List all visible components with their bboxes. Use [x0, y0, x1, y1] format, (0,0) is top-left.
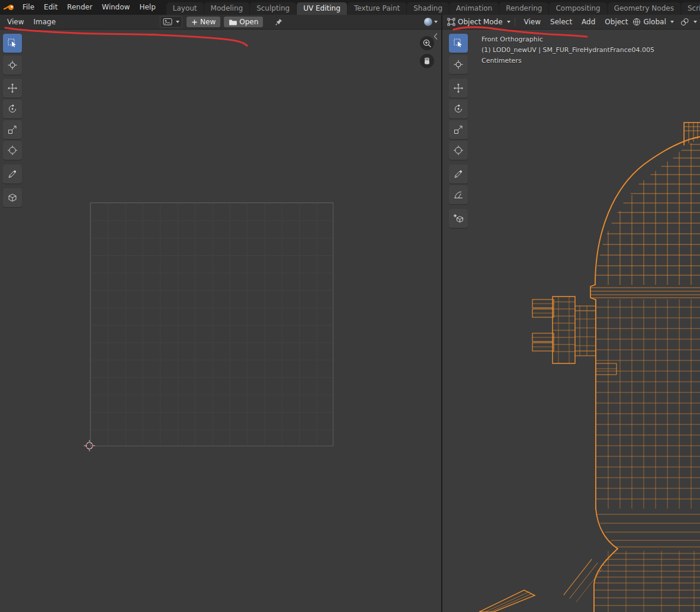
- rotate-icon: [453, 104, 464, 114]
- new-image-label: New: [200, 18, 216, 26]
- tab-texture-paint[interactable]: Texture Paint: [348, 2, 406, 15]
- folder-icon: [229, 18, 237, 25]
- orientation-selector[interactable]: Global: [632, 18, 673, 26]
- uv-grid[interactable]: [90, 202, 333, 446]
- menu-edit[interactable]: Edit: [39, 0, 62, 15]
- tool-box[interactable]: [3, 188, 22, 207]
- cursor-tool-icon: [7, 60, 18, 70]
- units-overlay: Centimeters: [481, 56, 654, 66]
- pin-button[interactable]: [275, 18, 283, 26]
- rotate-icon: [7, 104, 18, 114]
- blender-logo-icon: [4, 4, 15, 12]
- uv-2d-cursor[interactable]: [83, 439, 96, 452]
- object-mode-icon: [447, 18, 455, 26]
- vp-menu-object[interactable]: Object: [600, 18, 632, 26]
- viewport-header: Object Mode View Select Add Object Globa…: [442, 15, 700, 30]
- header-divider: [515, 18, 515, 26]
- tool-scale[interactable]: [3, 120, 22, 139]
- menu-window[interactable]: Window: [97, 0, 134, 15]
- vp-tool-move[interactable]: [449, 79, 468, 98]
- tool-tweak-select[interactable]: [3, 34, 22, 53]
- menu-render[interactable]: Render: [62, 0, 97, 15]
- tool-rotate[interactable]: [3, 99, 22, 118]
- display-channels-sphere-icon: [424, 18, 432, 26]
- chevron-down-icon: [670, 21, 674, 23]
- open-image-button[interactable]: Open: [224, 17, 263, 27]
- tool-annotate[interactable]: [3, 165, 22, 183]
- vp-tool-add-cube[interactable]: [449, 209, 468, 228]
- tab-sculpting[interactable]: Sculpting: [250, 2, 296, 15]
- mode-selector[interactable]: Object Mode: [447, 18, 510, 26]
- orientation-label: Global: [643, 18, 666, 26]
- scale-icon: [7, 124, 18, 135]
- image-icon: [163, 18, 172, 26]
- transform-icon: [7, 145, 18, 156]
- viewport-overlay: Front Orthographic (1) LOD0_newUV | SM_F…: [481, 34, 654, 66]
- tab-geometry-nodes[interactable]: Geometry Nodes: [608, 2, 680, 15]
- move-icon: [7, 83, 18, 94]
- tab-uv-editing[interactable]: UV Editing: [297, 2, 347, 15]
- menu-help[interactable]: Help: [134, 0, 160, 15]
- zoom-button[interactable]: [420, 36, 434, 50]
- scale-icon: [453, 124, 464, 135]
- vp-menu-add[interactable]: Add: [577, 18, 600, 26]
- vp-tool-scale[interactable]: [449, 120, 468, 139]
- pin-icon: [275, 18, 283, 26]
- tab-shading[interactable]: Shading: [407, 2, 449, 15]
- zoom-icon: [422, 38, 432, 49]
- uv-editor-canvas[interactable]: [0, 29, 441, 612]
- view-name-overlay: Front Orthographic: [481, 34, 654, 45]
- topbar: File Edit Render Window Help Layout Mode…: [0, 0, 700, 15]
- annotate-pen-icon: [453, 169, 464, 179]
- blender-window: File Edit Render Window Help Layout Mode…: [0, 0, 700, 612]
- vp-menu-select[interactable]: Select: [545, 18, 577, 26]
- collapse-region-icon[interactable]: [433, 33, 438, 40]
- pivot-icon: [680, 17, 689, 27]
- vp-tool-rotate[interactable]: [449, 99, 468, 118]
- viewport-canvas[interactable]: Front Orthographic (1) LOD0_newUV | SM_F…: [442, 29, 700, 612]
- new-image-button[interactable]: New: [187, 17, 220, 27]
- tab-scripting[interactable]: Scripting: [681, 2, 700, 15]
- open-image-label: Open: [239, 18, 258, 26]
- pan-button[interactable]: [420, 54, 434, 68]
- vp-tool-select-box[interactable]: [449, 34, 468, 53]
- tool-move[interactable]: [3, 79, 22, 98]
- vp-tool-transform[interactable]: [449, 141, 468, 160]
- pan-hand-icon: [422, 56, 432, 66]
- measure-icon: [453, 189, 464, 200]
- uv-menu-view[interactable]: View: [2, 18, 28, 26]
- vp-menu-view[interactable]: View: [519, 18, 545, 26]
- select-box-icon: [453, 38, 464, 49]
- tab-modeling[interactable]: Modeling: [204, 2, 250, 15]
- tab-compositing[interactable]: Compositing: [549, 2, 606, 15]
- pivot-point-button[interactable]: [680, 17, 697, 27]
- transform-icon: [453, 145, 464, 156]
- tool-cursor[interactable]: [3, 56, 22, 75]
- tab-rendering[interactable]: Rendering: [499, 2, 548, 15]
- display-channels-button[interactable]: [424, 18, 438, 26]
- annotate-pen-icon: [7, 169, 18, 179]
- workspace-tabs: Layout Modeling Sculpting UV Editing Tex…: [166, 0, 700, 15]
- cursor-tool-icon: [453, 59, 464, 70]
- chevron-down-icon: [693, 21, 697, 23]
- move-icon: [453, 83, 464, 94]
- vp-tool-annotate[interactable]: [449, 165, 468, 183]
- menu-file[interactable]: File: [18, 0, 39, 15]
- chevron-down-icon: [176, 21, 179, 23]
- vp-tool-measure[interactable]: [449, 185, 468, 204]
- box-tool-icon: [7, 192, 18, 203]
- tweak-select-icon: [7, 38, 18, 49]
- blender-logo[interactable]: [4, 4, 15, 12]
- tab-animation[interactable]: Animation: [449, 2, 499, 15]
- uv-menu-image[interactable]: Image: [28, 18, 60, 26]
- chevron-down-icon: [507, 21, 510, 23]
- mode-label: Object Mode: [458, 18, 503, 26]
- hydrant-wireframe[interactable]: [442, 29, 700, 612]
- image-browse-button[interactable]: [160, 16, 182, 28]
- tool-transform[interactable]: [3, 141, 22, 160]
- add-cube-icon: [453, 213, 464, 224]
- tab-layout[interactable]: Layout: [166, 2, 204, 15]
- editor-separator[interactable]: [441, 15, 442, 612]
- plus-icon: [191, 19, 198, 25]
- vp-tool-cursor[interactable]: [449, 55, 468, 74]
